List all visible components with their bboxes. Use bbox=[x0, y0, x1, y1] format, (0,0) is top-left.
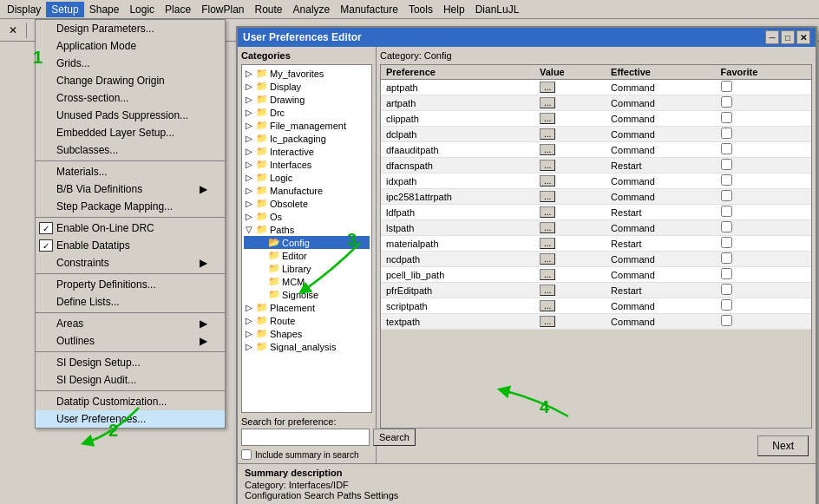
dialog-maximize[interactable]: □ bbox=[781, 30, 795, 44]
menu-areas[interactable]: Areas▶ bbox=[36, 315, 225, 332]
menu-design-parameters[interactable]: Design Parameters... bbox=[36, 20, 225, 37]
favorite-checkbox[interactable] bbox=[721, 112, 732, 123]
pref-value-btn[interactable]: ... bbox=[540, 238, 555, 249]
favorite-checkbox[interactable] bbox=[721, 128, 732, 139]
tree-route[interactable]: ▷ 📁 Route bbox=[244, 314, 370, 327]
menu-manufacture[interactable]: Manufacture bbox=[335, 2, 403, 17]
menu-logic[interactable]: Logic bbox=[124, 2, 160, 17]
favorite-checkbox[interactable] bbox=[721, 268, 732, 279]
pref-value[interactable]: ... bbox=[534, 236, 606, 252]
menu-define-lists[interactable]: Define Lists... bbox=[36, 293, 225, 311]
favorite-checkbox[interactable] bbox=[721, 206, 732, 217]
tree-library[interactable]: 📁 Library bbox=[244, 262, 370, 275]
pref-value[interactable]: ... bbox=[534, 142, 606, 158]
favorite-checkbox[interactable] bbox=[721, 284, 732, 295]
pref-favorite[interactable] bbox=[716, 314, 811, 330]
toolbar-close[interactable]: ✕ bbox=[3, 21, 23, 40]
pref-favorite[interactable] bbox=[716, 205, 811, 220]
pref-favorite[interactable] bbox=[716, 142, 811, 158]
pref-value[interactable]: ... bbox=[534, 283, 606, 298]
favorite-checkbox[interactable] bbox=[721, 159, 732, 170]
pref-value[interactable]: ... bbox=[534, 80, 606, 95]
menu-setup[interactable]: Setup bbox=[46, 2, 83, 17]
tree-manufacture[interactable]: ▷ 📁 Manufacture bbox=[244, 184, 370, 197]
menu-si-design-setup[interactable]: SI Design Setup... bbox=[36, 354, 225, 371]
pref-value[interactable]: ... bbox=[534, 252, 606, 267]
menu-place[interactable]: Place bbox=[160, 2, 196, 17]
favorite-checkbox[interactable] bbox=[721, 252, 732, 264]
pref-value-btn[interactable]: ... bbox=[540, 160, 555, 171]
menu-user-preferences[interactable]: User Preferences... bbox=[36, 410, 225, 428]
tree-obsolete[interactable]: ▷ 📁 Obsolete bbox=[244, 197, 370, 210]
menu-constraints[interactable]: Constraints▶ bbox=[36, 254, 225, 272]
menu-display[interactable]: Display bbox=[2, 2, 46, 17]
menu-application-mode[interactable]: Application Mode bbox=[36, 37, 225, 55]
menu-grids[interactable]: Grids... bbox=[36, 55, 225, 72]
menu-datatip-customization[interactable]: Datatip Customization... bbox=[36, 393, 225, 410]
tree-drawing[interactable]: ▷ 📁 Drawing bbox=[244, 93, 370, 106]
dialog-close[interactable]: ✕ bbox=[796, 30, 810, 44]
pref-value[interactable]: ... bbox=[534, 189, 606, 205]
tree-paths[interactable]: ▽ 📁 Paths bbox=[244, 223, 370, 236]
tree-editor[interactable]: 📁 Editor bbox=[244, 249, 370, 262]
tree-file-management[interactable]: ▷ 📁 File_management bbox=[244, 119, 370, 132]
tree-signoise[interactable]: 📁 Signoise bbox=[244, 288, 370, 301]
menu-analyze[interactable]: Analyze bbox=[288, 2, 336, 17]
menu-subclasses[interactable]: Subclasses... bbox=[36, 141, 225, 159]
menu-unused-pads[interactable]: Unused Pads Suppression... bbox=[36, 107, 225, 124]
pref-favorite[interactable] bbox=[716, 189, 811, 205]
tree-interactive[interactable]: ▷ 📁 Interactive bbox=[244, 145, 370, 158]
pref-value-btn[interactable]: ... bbox=[540, 144, 555, 155]
favorite-checkbox[interactable] bbox=[721, 143, 732, 154]
tree-display[interactable]: ▷ 📁 Display bbox=[244, 80, 370, 93]
favorite-checkbox[interactable] bbox=[721, 299, 732, 311]
tree-os[interactable]: ▷ 📁 Os bbox=[244, 210, 370, 223]
favorite-checkbox[interactable] bbox=[721, 174, 732, 186]
favorite-checkbox[interactable] bbox=[721, 315, 732, 326]
menu-change-drawing-origin[interactable]: Change Drawing Origin bbox=[36, 72, 225, 89]
favorite-checkbox[interactable] bbox=[721, 237, 732, 248]
pref-value-btn[interactable]: ... bbox=[540, 300, 555, 311]
menu-bb-via[interactable]: B/B Via Definitions▶ bbox=[36, 180, 225, 198]
menu-cross-section[interactable]: Cross-section... bbox=[36, 89, 225, 107]
pref-value-btn[interactable]: ... bbox=[540, 82, 555, 93]
menu-shape[interactable]: Shape bbox=[84, 2, 125, 17]
pref-value[interactable]: ... bbox=[534, 111, 606, 127]
tree-logic[interactable]: ▷ 📁 Logic bbox=[244, 171, 370, 184]
pref-value-btn[interactable]: ... bbox=[540, 128, 555, 140]
tree-my-favorites[interactable]: ▷ 📁 My_favorites bbox=[244, 67, 370, 80]
menu-help[interactable]: Help bbox=[438, 2, 470, 17]
tree-drc[interactable]: ▷ 📁 Drc bbox=[244, 106, 370, 119]
pref-value[interactable]: ... bbox=[534, 158, 606, 173]
pref-value-btn[interactable]: ... bbox=[540, 285, 555, 296]
pref-value[interactable]: ... bbox=[534, 95, 606, 111]
tree-mcm[interactable]: 📁 MCM bbox=[244, 275, 370, 288]
search-input[interactable] bbox=[241, 429, 370, 446]
pref-value[interactable]: ... bbox=[534, 267, 606, 283]
tree-interfaces[interactable]: ▷ 📁 Interfaces bbox=[244, 158, 370, 171]
pref-value-btn[interactable]: ... bbox=[540, 113, 555, 124]
pref-value-btn[interactable]: ... bbox=[540, 97, 555, 108]
pref-favorite[interactable] bbox=[716, 80, 811, 95]
tree-config[interactable]: 📂 Config bbox=[244, 236, 370, 249]
prefs-scroll[interactable]: Preference Value Effective Favorite aptp… bbox=[380, 64, 812, 429]
pref-favorite[interactable] bbox=[716, 298, 811, 314]
menu-route[interactable]: Route bbox=[250, 2, 288, 17]
favorite-checkbox[interactable] bbox=[721, 221, 732, 232]
next-button[interactable]: Next bbox=[757, 435, 809, 456]
favorite-checkbox[interactable] bbox=[721, 190, 732, 201]
pref-value-btn[interactable]: ... bbox=[540, 206, 555, 218]
tree-placement[interactable]: ▷ 📁 Placement bbox=[244, 301, 370, 314]
pref-value-btn[interactable]: ... bbox=[540, 222, 555, 233]
dialog-minimize[interactable]: ─ bbox=[765, 30, 779, 44]
pref-value[interactable]: ... bbox=[534, 220, 606, 236]
pref-value[interactable]: ... bbox=[534, 127, 606, 142]
menu-flowplan[interactable]: FlowPlan bbox=[196, 2, 249, 17]
pref-favorite[interactable] bbox=[716, 220, 811, 236]
categories-tree[interactable]: ▷ 📁 My_favorites ▷ 📁 Display ▷ 📁 Drawing… bbox=[241, 64, 372, 413]
pref-favorite[interactable] bbox=[716, 95, 811, 111]
menu-dianlujl[interactable]: DianLuJL bbox=[470, 2, 525, 17]
menu-enable-online-drc[interactable]: ✓ Enable On-Line DRC bbox=[36, 219, 225, 237]
pref-favorite[interactable] bbox=[716, 127, 811, 142]
menu-si-design-audit[interactable]: SI Design Audit... bbox=[36, 371, 225, 389]
